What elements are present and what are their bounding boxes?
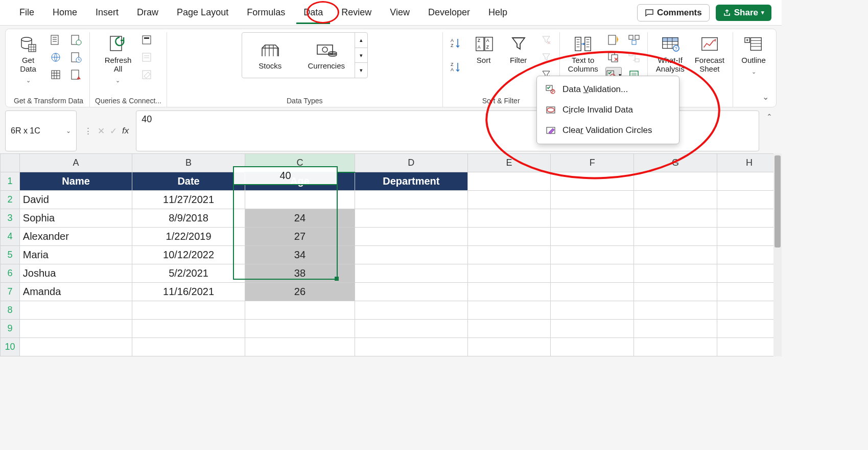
share-button[interactable]: Share ▾ — [716, 5, 771, 21]
cell-F6[interactable] — [551, 264, 634, 283]
gallery-down-button[interactable]: ▾ — [355, 48, 367, 63]
column-header-A[interactable]: A — [19, 154, 132, 172]
cell-E6[interactable] — [467, 264, 551, 283]
from-picture-button[interactable] — [68, 67, 84, 82]
cell-C9[interactable] — [245, 320, 355, 338]
cell-G9[interactable] — [634, 320, 717, 338]
tab-help[interactable]: Help — [479, 3, 517, 22]
queries-connections-button[interactable] — [138, 32, 155, 48]
tab-review[interactable]: Review — [332, 3, 381, 22]
tab-developer[interactable]: Developer — [419, 3, 479, 22]
from-web-button[interactable] — [48, 50, 64, 65]
cell-F9[interactable] — [551, 320, 634, 338]
cell-D9[interactable] — [355, 320, 468, 338]
cell-H9[interactable] — [717, 320, 781, 338]
column-header-F[interactable]: F — [551, 154, 634, 172]
sort-ascending-button[interactable]: AZ — [448, 36, 464, 51]
cell-C10[interactable] — [245, 338, 355, 356]
column-header-E[interactable]: E — [467, 154, 551, 172]
cell-D7[interactable] — [355, 283, 468, 301]
edit-links-button[interactable] — [138, 67, 155, 82]
existing-connections-button[interactable] — [68, 50, 84, 65]
cell-D2[interactable] — [355, 191, 468, 209]
tab-formulas[interactable]: Formulas — [238, 3, 294, 22]
cell-E9[interactable] — [467, 320, 551, 338]
text-to-columns-button[interactable]: Text to Columns — [565, 32, 601, 75]
cell-B5[interactable]: 10/12/2022 — [132, 246, 245, 264]
cell-A7[interactable]: Amanda — [19, 283, 132, 301]
cell-H1[interactable] — [717, 172, 781, 191]
consolidate-button[interactable] — [626, 32, 642, 48]
cell-B2[interactable]: 11/27/2021 — [132, 191, 245, 209]
get-data-button[interactable]: Get Data — [13, 32, 43, 86]
clear-validation-circles-menuitem[interactable]: Clear Validation Circles — [537, 120, 679, 141]
sort-descending-button[interactable]: ZA — [448, 60, 464, 75]
cell-H7[interactable] — [717, 283, 781, 301]
cell-A6[interactable]: Joshua — [19, 264, 132, 283]
cell-E2[interactable] — [467, 191, 551, 209]
cell-B4[interactable]: 1/22/2019 — [132, 228, 245, 246]
cell-C3[interactable]: 24 — [245, 209, 355, 228]
cell-F8[interactable] — [551, 301, 634, 320]
row-header-2[interactable]: 2 — [1, 191, 20, 209]
cell-G8[interactable] — [634, 301, 717, 320]
cell-C6[interactable]: 38 — [245, 264, 355, 283]
cell-C5[interactable]: 34 — [245, 246, 355, 264]
remove-duplicates-button[interactable] — [605, 50, 622, 65]
cell-D4[interactable] — [355, 228, 468, 246]
cell-F3[interactable] — [551, 209, 634, 228]
row-header-10[interactable]: 10 — [1, 338, 20, 356]
data-validation-menuitem[interactable]: Data Validation... — [537, 79, 679, 100]
cell-E7[interactable] — [467, 283, 551, 301]
clear-filter-button[interactable] — [538, 32, 554, 48]
cell-E8[interactable] — [467, 301, 551, 320]
filter-button[interactable]: Filter — [503, 32, 534, 66]
cell-G1[interactable] — [634, 172, 717, 191]
relationships-button[interactable] — [626, 50, 642, 65]
cell-H5[interactable] — [717, 246, 781, 264]
row-header-3[interactable]: 3 — [1, 209, 20, 228]
row-header-9[interactable]: 9 — [1, 320, 20, 338]
cell-C7[interactable]: 26 — [245, 283, 355, 301]
cell-D8[interactable] — [355, 301, 468, 320]
cell-E1[interactable] — [467, 172, 551, 191]
comments-button[interactable]: Comments — [637, 4, 710, 21]
enter-icon[interactable]: ✓ — [110, 126, 117, 137]
row-header-1[interactable]: 1 — [1, 172, 20, 191]
row-header-7[interactable]: 7 — [1, 283, 20, 301]
ribbon-collapse-button[interactable]: ⌄ — [762, 92, 769, 102]
cell-F1[interactable] — [551, 172, 634, 191]
cancel-icon[interactable]: ✕ — [98, 126, 105, 137]
cell-D3[interactable] — [355, 209, 468, 228]
column-header-D[interactable]: D — [355, 154, 468, 172]
vertical-scrollbar[interactable]: ▲ — [773, 153, 782, 356]
cell-G7[interactable] — [634, 283, 717, 301]
forecast-sheet-button[interactable]: Forecast Sheet — [692, 32, 728, 75]
cell-H6[interactable] — [717, 264, 781, 283]
row-header-8[interactable]: 8 — [1, 301, 20, 320]
outline-button[interactable]: Outline — [738, 32, 769, 77]
tab-draw[interactable]: Draw — [128, 3, 168, 22]
cell-F10[interactable] — [551, 338, 634, 356]
reapply-button[interactable] — [538, 50, 554, 65]
formula-bar-expand-button[interactable]: ⌃ — [762, 110, 777, 151]
cell-F2[interactable] — [551, 191, 634, 209]
cell-D6[interactable] — [355, 264, 468, 283]
cell-A8[interactable] — [19, 301, 132, 320]
select-all-corner[interactable] — [1, 154, 20, 172]
cell-C8[interactable] — [245, 301, 355, 320]
cell-E4[interactable] — [467, 228, 551, 246]
tab-insert[interactable]: Insert — [86, 3, 128, 22]
from-table-button[interactable] — [48, 67, 64, 82]
tab-file[interactable]: File — [10, 3, 43, 22]
column-header-B[interactable]: B — [132, 154, 245, 172]
recent-sources-button[interactable] — [68, 32, 84, 48]
refresh-all-button[interactable]: Refresh All — [102, 32, 135, 86]
cell-D5[interactable] — [355, 246, 468, 264]
cell-B8[interactable] — [132, 301, 245, 320]
tab-page-layout[interactable]: Page Layout — [168, 3, 238, 22]
cell-H10[interactable] — [717, 338, 781, 356]
from-text-csv-button[interactable] — [48, 32, 64, 48]
row-header-5[interactable]: 5 — [1, 246, 20, 264]
cell-B7[interactable]: 11/16/2021 — [132, 283, 245, 301]
